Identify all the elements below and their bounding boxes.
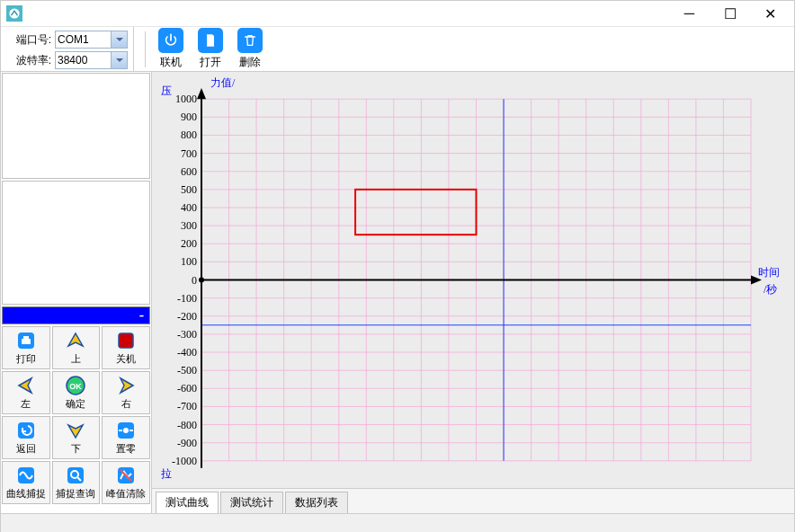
svg-text:300: 300: [181, 219, 197, 232]
svg-text:900: 900: [181, 111, 197, 123]
svg-text:-200: -200: [177, 310, 197, 323]
tab-data[interactable]: 数据列表: [285, 492, 348, 513]
zero-label: 置零: [116, 442, 136, 456]
print-label: 打印: [16, 352, 36, 366]
down-button[interactable]: 下: [52, 416, 101, 459]
ok-label: 确定: [66, 397, 85, 411]
svg-text:/秒: /秒: [764, 283, 777, 296]
left-button[interactable]: 左: [2, 371, 50, 414]
svg-rect-87: [355, 190, 476, 235]
open-button[interactable]: 打开: [192, 28, 228, 70]
port-label: 端口号:: [6, 32, 51, 48]
app-icon: [6, 5, 22, 22]
ok-button[interactable]: OK 确定: [52, 371, 101, 414]
svg-rect-5: [119, 333, 133, 348]
svg-rect-4: [23, 336, 29, 339]
right-label: 右: [121, 397, 131, 411]
svg-text:400: 400: [181, 201, 197, 214]
main-toolbar: 联机 打开 删除: [134, 27, 275, 71]
print-icon: [15, 330, 37, 351]
connect-button[interactable]: 联机: [153, 28, 189, 70]
file-icon: [198, 28, 223, 53]
left-panel: - 打印 上 关机 左: [1, 72, 152, 513]
tab-stats[interactable]: 测试统计: [220, 492, 283, 513]
peak-clear-icon: [115, 465, 137, 486]
back-label: 返回: [16, 442, 36, 456]
ok-icon: OK: [65, 375, 86, 396]
right-arrow-icon: [115, 375, 137, 396]
connect-label: 联机: [160, 55, 182, 70]
tab-curve[interactable]: 测试曲线: [156, 492, 219, 513]
back-icon: [15, 420, 37, 441]
wave-icon: [15, 465, 37, 486]
peak-clear-button[interactable]: 峰值清除: [102, 461, 150, 504]
status-bar: [1, 513, 794, 532]
left-arrow-icon: [15, 375, 37, 396]
search-icon: [65, 465, 86, 486]
down-label: 下: [71, 442, 81, 456]
titlebar: ─ ☐ ✕: [1, 1, 794, 27]
up-button[interactable]: 上: [52, 326, 101, 369]
capture-label: 曲线捕捉: [6, 487, 46, 501]
minimize-button[interactable]: ─: [669, 1, 710, 26]
delete-label: 删除: [239, 55, 261, 70]
power-off-button[interactable]: 关机: [102, 326, 150, 369]
zero-icon: [115, 420, 137, 441]
port-combo-value: COM1: [58, 33, 89, 46]
svg-text:时间: 时间: [758, 266, 780, 279]
svg-text:500: 500: [181, 183, 197, 196]
curve-capture-button[interactable]: 曲线捕捉: [2, 461, 50, 504]
svg-text:-800: -800: [177, 419, 197, 431]
zero-button[interactable]: 置零: [102, 416, 150, 459]
tab-strip: 测试曲线 测试统计 数据列表: [152, 488, 794, 513]
svg-text:0: 0: [192, 273, 197, 286]
svg-text:1000: 1000: [175, 93, 197, 105]
svg-rect-1: [208, 35, 214, 46]
chart-area[interactable]: 10009008007006005004003002001000-100-200…: [152, 72, 794, 488]
port-combo[interactable]: COM1: [55, 31, 128, 49]
list-box-2[interactable]: [2, 181, 150, 305]
svg-text:600: 600: [181, 165, 197, 178]
list-box-1[interactable]: [2, 73, 150, 179]
svg-point-86: [199, 277, 204, 282]
keypad: 打印 上 关机 左 OK: [1, 325, 151, 505]
capture-query-button[interactable]: 捕捉查询: [52, 461, 101, 504]
svg-text:-900: -900: [177, 437, 197, 449]
svg-text:-1000: -1000: [172, 455, 197, 467]
svg-text:100: 100: [181, 255, 197, 268]
svg-text:200: 200: [181, 237, 197, 250]
power-label: 关机: [116, 352, 136, 366]
svg-text:800: 800: [181, 129, 197, 141]
up-label: 上: [71, 352, 81, 366]
baud-label: 波特率:: [6, 53, 51, 68]
baud-combo[interactable]: 38400: [55, 51, 128, 69]
app-window: ─ ☐ ✕ 端口号: COM1 波特率: 38400: [0, 0, 795, 532]
svg-text:-400: -400: [177, 346, 197, 359]
delete-button[interactable]: 删除: [232, 28, 268, 70]
trash-icon: [237, 28, 263, 53]
close-button[interactable]: ✕: [750, 1, 791, 26]
chart-panel: 10009008007006005004003002001000-100-200…: [152, 72, 794, 513]
left-label: 左: [21, 397, 31, 411]
baud-combo-value: 38400: [58, 54, 87, 66]
svg-text:-600: -600: [177, 382, 197, 395]
separator: [145, 31, 146, 67]
svg-text:拉: 拉: [161, 467, 172, 480]
svg-text:700: 700: [181, 147, 197, 160]
print-button[interactable]: 打印: [2, 326, 50, 369]
svg-rect-3: [22, 339, 31, 344]
svg-text:-500: -500: [177, 364, 197, 377]
back-button[interactable]: 返回: [2, 416, 50, 459]
chevron-down-icon: [111, 31, 127, 48]
numeric-display: -: [2, 306, 150, 324]
clear-label: 峰值清除: [106, 487, 146, 501]
svg-text:压: 压: [161, 84, 172, 97]
svg-text:力值/: 力值/: [210, 76, 236, 89]
down-arrow-icon: [65, 420, 86, 441]
svg-text:-100: -100: [177, 292, 197, 305]
power-icon: [158, 28, 183, 53]
maximize-button[interactable]: ☐: [710, 1, 750, 26]
right-button[interactable]: 右: [102, 371, 150, 414]
port-panel: 端口号: COM1 波特率: 38400: [1, 27, 134, 71]
svg-text:-300: -300: [177, 328, 197, 341]
